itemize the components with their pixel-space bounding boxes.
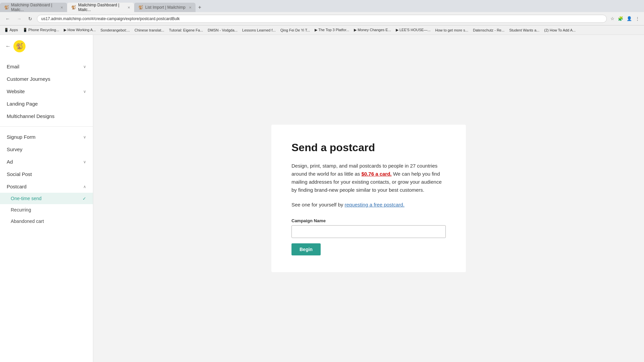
sidebar-item-social-post[interactable]: Social Post [0,168,93,180]
bookmark-7[interactable]: Lessons Learned f... [241,27,277,33]
sidebar-item-label: Multichannel Designs [7,113,55,119]
browser-chrome: 🐒 Mailchimp Dashboard | Mailc... ✕ 🐒 Mai… [0,0,644,35]
new-tab-button[interactable]: + [196,3,204,12]
sidebar-item-postcard[interactable]: Postcard ∧ [0,180,93,193]
bookmark-5[interactable]: Tutorial: Eigene Fa... [168,27,205,33]
bookmark-14[interactable]: Student Wants a... [508,27,541,33]
sidebar-item-email[interactable]: Email ∨ [0,60,93,73]
tab-label: Mailchimp Dashboard | Mailc... [78,3,124,12]
tab-2[interactable]: 🐒 Mailchimp Dashboard | Mailc... ✕ [67,3,134,12]
sidebar-item-label: Social Post [7,171,32,177]
chevron-down-icon: ∨ [83,135,86,139]
sidebar-header: ← 🐒 [0,35,93,58]
chevron-down-icon: ∨ [83,160,86,164]
tab-3[interactable]: 🐒 List Import | Mailchimp ✕ [134,3,196,12]
nav-divider [0,126,93,127]
sidebar-item-label: Signup Form [7,134,36,140]
campaign-name-label: Campaign Name [291,218,446,223]
sidebar-item-landing-page[interactable]: Landing Page [0,98,93,110]
bookmark-6[interactable]: DMSN - Vodgda... [206,27,239,33]
sidebar-item-abandoned-cart[interactable]: Abandoned cart [0,216,93,227]
tab-favicon: 🐒 [138,5,143,10]
tab-bar: 🐒 Mailchimp Dashboard | Mailc... ✕ 🐒 Mai… [0,0,644,12]
sidebar-item-label: Website [7,88,25,94]
bookmark-4[interactable]: Chinese translat... [133,27,166,33]
tab-1[interactable]: 🐒 Mailchimp Dashboard | Mailc... ✕ [0,3,67,12]
tab-close-1[interactable]: ✕ [60,6,63,9]
sidebar-item-ad[interactable]: Ad ∨ [0,156,93,168]
menu-icon[interactable]: ⋮ [634,15,641,22]
sidebar-item-multichannel-designs[interactable]: Multichannel Designs [0,110,93,122]
extensions-icon[interactable]: 🧩 [617,15,624,22]
see-link-paragraph: See one for yourself by requesting a fre… [291,201,446,209]
sidebar: ← 🐒 Email ∨ Customer Journeys Website ∨ … [0,35,93,362]
bookmark-1[interactable]: 📱 Phone Recycling... [21,27,61,33]
sidebar-item-label: Survey [7,146,22,152]
mailchimp-logo[interactable]: 🐒 [13,40,25,52]
sidebar-nav: Email ∨ Customer Journeys Website ∨ Land… [0,58,93,362]
sidebar-sub-item-label: Abandoned cart [11,219,44,224]
sidebar-item-label: Postcard [7,184,26,189]
sidebar-item-label: Landing Page [7,101,38,107]
tab-label: List Import | Mailchimp [145,5,185,10]
bookmark-2[interactable]: ▶ How Working A... [62,27,97,33]
main-content: Send a postcard Design, print, stamp, an… [93,35,644,362]
check-icon: ✓ [83,196,86,201]
see-link-text: See one for yourself by [291,202,344,207]
tab-close-2[interactable]: ✕ [127,6,130,9]
tab-close-3[interactable]: ✕ [189,6,192,9]
star-icon[interactable]: ☆ [609,15,615,22]
chevron-down-icon: ∨ [83,64,86,69]
bookmarks-bar: 📱 Apps 📱 Phone Recycling... ▶ How Workin… [0,25,644,35]
mailchimp-icon: 🐒 [16,43,23,50]
bookmark-9[interactable]: ▶ The Top 3 Platfor... [313,27,351,33]
page-title: Send a postcard [291,141,446,154]
app-layout: ← 🐒 Email ∨ Customer Journeys Website ∨ … [0,35,644,362]
sidebar-item-one-time-send[interactable]: One-time send ✓ [0,193,93,204]
sidebar-item-recurring[interactable]: Recurring [0,204,93,216]
campaign-name-input[interactable] [291,225,446,238]
bookmark-10[interactable]: ▶ Money Changes E... [353,27,392,33]
address-bar[interactable] [37,15,607,23]
back-button[interactable]: ← [3,15,12,23]
main-description: Design, print, stamp, and mail postcards… [291,162,446,194]
content-card: Send a postcard Design, print, stamp, an… [271,125,466,272]
chevron-up-icon: ∧ [83,184,86,189]
nav-icons: ☆ 🧩 👤 ⋮ [609,15,641,22]
bookmark-15[interactable]: (2) How To Add A... [543,27,577,33]
sidebar-item-survey[interactable]: Survey [0,143,93,156]
sidebar-item-label: Email [7,64,19,69]
sidebar-item-signup-form[interactable]: Signup Form ∨ [0,131,93,143]
sidebar-back-button[interactable]: ← [5,43,11,49]
bookmark-12[interactable]: How to get more s... [434,27,470,33]
sidebar-item-customer-journeys[interactable]: Customer Journeys [0,73,93,85]
bookmark-8[interactable]: Qing Fei De Yi T... [279,27,311,33]
tab-label: Mailchimp Dashboard | Mailc... [11,3,57,12]
bookmark-3[interactable]: Sonderangebot:... [99,27,131,33]
price-highlight: $0.76 a card. [361,171,391,177]
sidebar-sub-item-label: One-time send [11,196,42,201]
nav-bar: ← → ↻ ☆ 🧩 👤 ⋮ [0,12,644,25]
profile-icon[interactable]: 👤 [626,15,633,22]
bookmark-apps[interactable]: 📱 Apps [3,27,19,33]
campaign-form: Campaign Name Begin [291,218,446,255]
bookmark-13[interactable]: Datenschutz - Re... [472,27,506,33]
sidebar-item-label: Customer Journeys [7,76,50,82]
free-postcard-link[interactable]: requesting a free postcard. [344,202,404,207]
bookmark-11[interactable]: ▶ LEE'S HOUSE—... [394,27,432,33]
reload-button[interactable]: ↻ [26,15,34,23]
chevron-down-icon: ∨ [83,89,86,94]
forward-button[interactable]: → [15,15,23,23]
sidebar-item-label: Ad [7,159,13,165]
tab-favicon: 🐒 [71,5,76,10]
sidebar-item-website[interactable]: Website ∨ [0,85,93,98]
tab-favicon: 🐒 [4,5,9,10]
begin-button[interactable]: Begin [291,243,321,255]
sidebar-sub-item-label: Recurring [11,207,31,213]
